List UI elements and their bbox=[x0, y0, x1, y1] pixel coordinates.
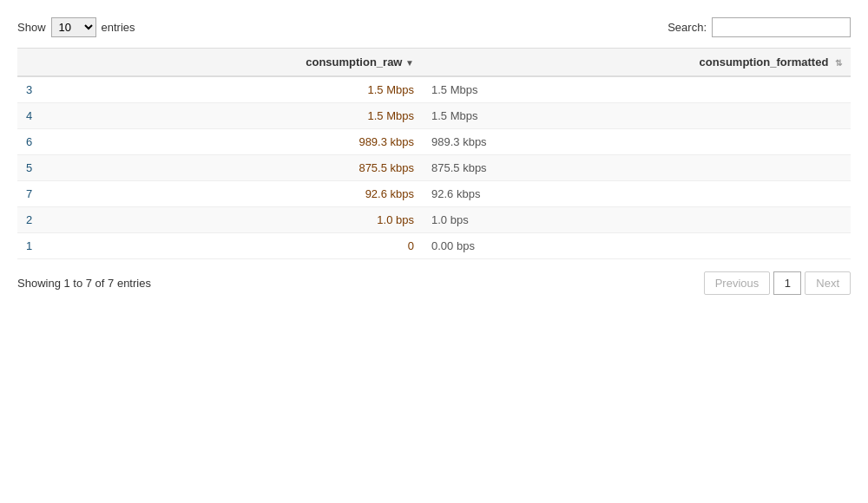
cell-raw: 989.3 kbps bbox=[87, 129, 423, 155]
table-row: 21.0 bps1.0 bps bbox=[17, 207, 851, 233]
data-table: consumption_raw ▼ consumption_formatted … bbox=[17, 48, 851, 259]
cell-index: 3 bbox=[17, 76, 87, 103]
showing-info: Showing 1 to 7 of 7 entries bbox=[17, 277, 151, 290]
sort-icon-formatted: ⇅ bbox=[835, 58, 842, 68]
cell-raw: 92.6 kbps bbox=[87, 181, 423, 207]
table-row: 6989.3 kbps989.3 kbps bbox=[17, 129, 851, 155]
entries-label: entries bbox=[102, 21, 135, 34]
cell-index: 2 bbox=[17, 207, 87, 233]
table-row: 100.00 bps bbox=[17, 233, 851, 259]
col-header-consumption-raw[interactable]: consumption_raw ▼ bbox=[87, 49, 423, 77]
cell-raw: 1.0 bps bbox=[87, 207, 423, 233]
cell-index: 1 bbox=[17, 233, 87, 259]
cell-formatted: 1.5 Mbps bbox=[423, 76, 851, 103]
previous-button[interactable]: Previous bbox=[704, 271, 771, 295]
show-entries-select[interactable]: 10 25 50 100 bbox=[51, 17, 96, 37]
cell-formatted: 0.00 bps bbox=[423, 233, 851, 259]
cell-formatted: 1.0 bps bbox=[423, 207, 851, 233]
search-label: Search: bbox=[667, 21, 707, 34]
table-row: 5875.5 kbps875.5 kbps bbox=[17, 155, 851, 181]
sort-icon-raw: ▼ bbox=[405, 58, 414, 68]
table-header-row: consumption_raw ▼ consumption_formatted … bbox=[17, 49, 851, 77]
table-row: 31.5 Mbps1.5 Mbps bbox=[17, 76, 851, 103]
col-label-formatted: consumption_formatted bbox=[700, 56, 829, 69]
cell-raw: 0 bbox=[87, 233, 423, 259]
search-control: Search: bbox=[667, 17, 851, 37]
cell-formatted: 1.5 Mbps bbox=[423, 103, 851, 129]
search-input[interactable] bbox=[712, 17, 851, 37]
cell-formatted: 875.5 kbps bbox=[423, 155, 851, 181]
table-row: 41.5 Mbps1.5 Mbps bbox=[17, 103, 851, 129]
table-body: 31.5 Mbps1.5 Mbps41.5 Mbps1.5 Mbps6989.3… bbox=[17, 76, 851, 259]
cell-raw: 1.5 Mbps bbox=[87, 76, 423, 103]
cell-index: 5 bbox=[17, 155, 87, 181]
show-label: Show bbox=[17, 21, 46, 34]
top-controls: Show 10 25 50 100 entries Search: bbox=[17, 17, 851, 37]
table-row: 792.6 kbps92.6 kbps bbox=[17, 181, 851, 207]
next-button[interactable]: Next bbox=[805, 271, 851, 295]
col-label-raw: consumption_raw bbox=[306, 56, 402, 69]
bottom-controls: Showing 1 to 7 of 7 entries Previous 1 N… bbox=[17, 271, 851, 295]
cell-formatted: 92.6 kbps bbox=[423, 181, 851, 207]
cell-index: 7 bbox=[17, 181, 87, 207]
cell-index: 6 bbox=[17, 129, 87, 155]
current-page[interactable]: 1 bbox=[773, 271, 801, 295]
pagination: Previous 1 Next bbox=[704, 271, 851, 295]
show-entries-control: Show 10 25 50 100 entries bbox=[17, 17, 135, 37]
cell-raw: 1.5 Mbps bbox=[87, 103, 423, 129]
cell-raw: 875.5 kbps bbox=[87, 155, 423, 181]
cell-formatted: 989.3 kbps bbox=[423, 129, 851, 155]
col-header-consumption-formatted[interactable]: consumption_formatted ⇅ bbox=[423, 49, 851, 77]
col-header-index bbox=[17, 49, 87, 77]
cell-index: 4 bbox=[17, 103, 87, 129]
